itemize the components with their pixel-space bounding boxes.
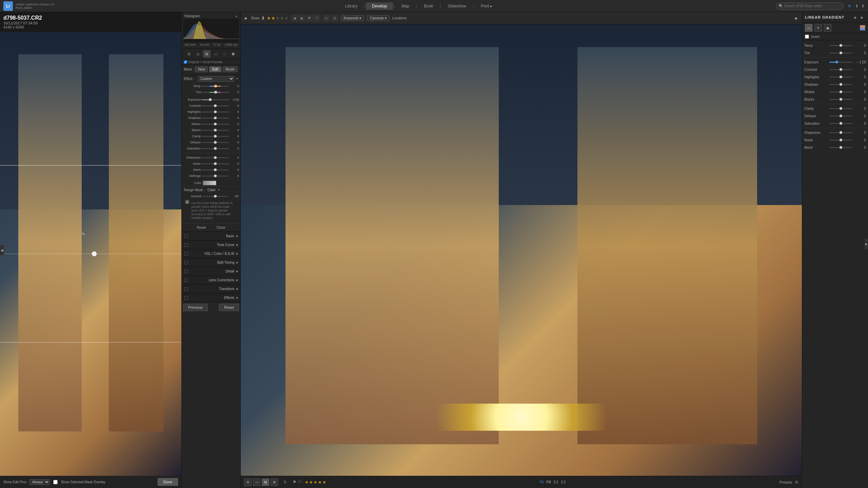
star-3[interactable]: ★ bbox=[276, 16, 280, 21]
show-edit-pins-select[interactable]: Always Never Auto bbox=[29, 479, 50, 485]
one-to-one-zoom[interactable]: 1:1 bbox=[553, 480, 558, 484]
unflag-icon[interactable]: ⚐ bbox=[314, 15, 320, 22]
filter-icon[interactable]: ⚙ bbox=[846, 3, 852, 9]
settings-icon[interactable]: ⚙ bbox=[795, 480, 798, 485]
rp-highlights-track[interactable] bbox=[829, 77, 852, 78]
blacks-track[interactable] bbox=[201, 130, 229, 131]
exposure-track[interactable] bbox=[201, 99, 229, 100]
new-button[interactable]: New bbox=[195, 66, 208, 72]
cameras-button[interactable]: Cameras ▾ bbox=[367, 15, 389, 21]
expand-left-arrow[interactable]: ◀ bbox=[0, 245, 4, 255]
flag-icon[interactable]: ⚑ bbox=[306, 15, 313, 22]
amount-track[interactable] bbox=[203, 196, 228, 197]
transform-section-header[interactable]: Transform ◀ bbox=[182, 284, 240, 293]
edit-button[interactable]: Edit bbox=[209, 66, 221, 72]
done-button[interactable]: Done bbox=[158, 478, 178, 486]
rp-blacks-track[interactable] bbox=[829, 99, 852, 100]
adjustment-brush-tool[interactable]: ⬟ bbox=[230, 50, 237, 58]
radial-filter-tool[interactable]: ◌ bbox=[221, 50, 228, 58]
highlights-track[interactable] bbox=[201, 111, 229, 113]
rp-clarity-track[interactable] bbox=[829, 108, 852, 109]
fit-zoom[interactable]: Fit bbox=[540, 480, 544, 484]
rp-moire-track[interactable] bbox=[829, 147, 852, 148]
upload-icon[interactable]: ⬆ bbox=[855, 4, 859, 8]
expand-right-arrow[interactable]: ▶ bbox=[794, 15, 798, 22]
tint-track[interactable] bbox=[201, 92, 229, 93]
tab-print[interactable]: Print ▸ bbox=[475, 2, 498, 10]
gradient-color-tool[interactable]: ◉ bbox=[824, 24, 831, 32]
panel-forward-icon[interactable]: ▶ bbox=[859, 14, 865, 20]
lens-toggle[interactable] bbox=[184, 279, 188, 282]
grid-view-icon[interactable]: ⊞ bbox=[244, 479, 252, 486]
rp-tint-track[interactable] bbox=[829, 53, 852, 54]
reset-button[interactable]: Reset bbox=[195, 225, 208, 230]
rp-temp-track[interactable] bbox=[829, 45, 852, 46]
star-4[interactable]: ★ bbox=[280, 16, 284, 21]
rp-saturation-track[interactable] bbox=[829, 123, 852, 124]
brush-button[interactable]: Brush bbox=[223, 66, 238, 72]
noise-track[interactable] bbox=[201, 163, 229, 164]
gradient-rect-tool[interactable]: ▭ bbox=[805, 24, 812, 32]
gradient-paint-tool[interactable]: ✎ bbox=[814, 24, 822, 32]
survey-view-icon[interactable]: ⊠ bbox=[271, 479, 278, 486]
saturation-track[interactable] bbox=[201, 148, 229, 149]
rp-dehaze-track[interactable] bbox=[829, 116, 852, 117]
tone-curve-toggle[interactable] bbox=[184, 243, 188, 247]
star-1[interactable]: ★ bbox=[267, 16, 271, 21]
bottom-star-5[interactable]: ★ bbox=[322, 480, 326, 485]
invert-checkbox[interactable] bbox=[805, 35, 809, 39]
histogram-collapse-icon[interactable]: ▲ bbox=[235, 15, 238, 18]
sort-button[interactable]: ⇅ bbox=[283, 480, 287, 484]
compare-view-icon-2[interactable]: ⊟ bbox=[262, 479, 269, 486]
clarity-track[interactable] bbox=[201, 136, 229, 137]
rp-whites-track[interactable] bbox=[829, 92, 852, 93]
smart-preview-checkbox[interactable] bbox=[184, 60, 187, 64]
contrast-track[interactable] bbox=[201, 105, 229, 106]
graduated-filter-tool[interactable]: ▭ bbox=[212, 50, 219, 58]
spot-removal-tool[interactable]: ◎ bbox=[194, 50, 202, 58]
compare-view-icon[interactable]: ⊟ bbox=[331, 15, 338, 22]
rp-noise-track[interactable] bbox=[829, 140, 852, 141]
moire-track[interactable] bbox=[201, 169, 229, 170]
tone-curve-section-header[interactable]: Tone Curve ◀ bbox=[182, 240, 240, 249]
whites-track[interactable] bbox=[201, 124, 229, 125]
bottom-star-3[interactable]: ★ bbox=[314, 480, 317, 485]
search-input[interactable] bbox=[784, 4, 841, 8]
close-button[interactable]: Close bbox=[215, 225, 228, 230]
tab-book[interactable]: Book bbox=[418, 2, 439, 10]
tab-slideshow[interactable]: Slideshow bbox=[441, 2, 472, 10]
tab-develop[interactable]: Develop bbox=[366, 2, 393, 10]
bottom-star-2[interactable]: ★ bbox=[309, 480, 313, 485]
keywords-button[interactable]: Keywords ▾ bbox=[341, 15, 364, 21]
previous-button[interactable]: Previous bbox=[183, 304, 208, 311]
mask-overlay-checkbox[interactable] bbox=[53, 480, 58, 484]
shadows-track[interactable] bbox=[201, 118, 229, 119]
dehaze-track[interactable] bbox=[201, 142, 229, 143]
detail-toggle[interactable] bbox=[184, 270, 188, 273]
hsl-section-header[interactable]: HSL / Color / B & W ◀ bbox=[182, 249, 240, 258]
unflag-bottom-icon[interactable]: ⚐ bbox=[298, 480, 302, 485]
loupe-view-icon[interactable]: ▭ bbox=[253, 479, 260, 486]
rp-contrast-track[interactable] bbox=[829, 69, 852, 70]
flag-bottom-icon[interactable]: ⚑ bbox=[293, 480, 297, 485]
color-swatch[interactable] bbox=[203, 181, 216, 185]
zoom-level[interactable]: 1:1 bbox=[561, 480, 566, 484]
star-2[interactable]: ★ bbox=[271, 16, 275, 21]
star-5[interactable]: ★ bbox=[284, 16, 289, 21]
sharpness-track[interactable] bbox=[201, 157, 229, 158]
red-eye-tool[interactable]: ⊙ bbox=[203, 50, 211, 58]
prev-nav-icon[interactable]: ◀ bbox=[291, 15, 298, 22]
rp-shadows-track[interactable] bbox=[829, 84, 852, 85]
fill-zoom[interactable]: Fill bbox=[547, 480, 551, 484]
detail-section-header[interactable]: Detail ◀ bbox=[182, 267, 240, 276]
panel-back-icon[interactable]: ◀ bbox=[852, 14, 858, 20]
range-mask-dropdown-icon[interactable]: ▼ bbox=[218, 188, 220, 191]
split-toning-section-header[interactable]: Split Toning ◀ bbox=[182, 258, 240, 267]
rp-sharpness-track[interactable] bbox=[829, 132, 852, 133]
expand-right-left-arrow[interactable]: ▶ bbox=[244, 15, 248, 22]
hsl-toggle[interactable] bbox=[184, 252, 188, 256]
reset-all-button[interactable]: Reset bbox=[219, 304, 239, 311]
rp-exposure-track[interactable] bbox=[829, 62, 852, 63]
tab-map[interactable]: Map bbox=[395, 2, 415, 10]
temp-track[interactable] bbox=[201, 86, 229, 87]
